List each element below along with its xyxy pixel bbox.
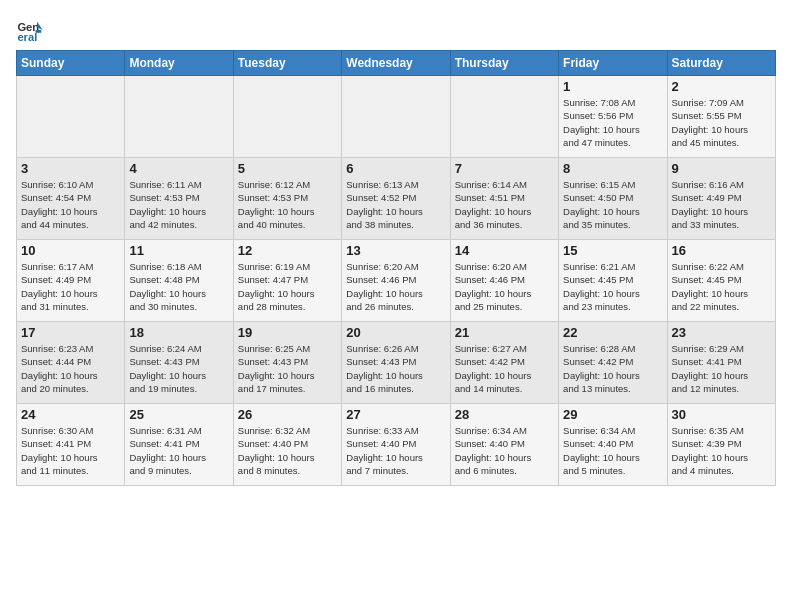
day-info: Sunrise: 6:21 AM Sunset: 4:45 PM Dayligh… <box>563 260 662 313</box>
day-number: 2 <box>672 79 771 94</box>
day-number: 18 <box>129 325 228 340</box>
day-info: Sunrise: 6:14 AM Sunset: 4:51 PM Dayligh… <box>455 178 554 231</box>
day-number: 10 <box>21 243 120 258</box>
weekday-header-cell: Friday <box>559 51 667 76</box>
calendar-day-cell <box>342 76 450 158</box>
day-number: 28 <box>455 407 554 422</box>
logo: Gen eral <box>16 16 48 44</box>
day-info: Sunrise: 6:34 AM Sunset: 4:40 PM Dayligh… <box>455 424 554 477</box>
svg-text:eral: eral <box>17 31 37 43</box>
day-info: Sunrise: 6:20 AM Sunset: 4:46 PM Dayligh… <box>455 260 554 313</box>
day-number: 25 <box>129 407 228 422</box>
weekday-header-cell: Wednesday <box>342 51 450 76</box>
calendar-day-cell: 26Sunrise: 6:32 AM Sunset: 4:40 PM Dayli… <box>233 404 341 486</box>
header: Gen eral <box>16 12 776 44</box>
calendar-container: Gen eral SundayMondayTuesdayWednesdayThu… <box>0 0 792 494</box>
day-number: 21 <box>455 325 554 340</box>
calendar-day-cell: 29Sunrise: 6:34 AM Sunset: 4:40 PM Dayli… <box>559 404 667 486</box>
day-number: 13 <box>346 243 445 258</box>
calendar-day-cell: 7Sunrise: 6:14 AM Sunset: 4:51 PM Daylig… <box>450 158 558 240</box>
day-info: Sunrise: 6:28 AM Sunset: 4:42 PM Dayligh… <box>563 342 662 395</box>
day-number: 4 <box>129 161 228 176</box>
day-number: 12 <box>238 243 337 258</box>
day-number: 23 <box>672 325 771 340</box>
calendar-day-cell: 10Sunrise: 6:17 AM Sunset: 4:49 PM Dayli… <box>17 240 125 322</box>
calendar-day-cell: 28Sunrise: 6:34 AM Sunset: 4:40 PM Dayli… <box>450 404 558 486</box>
day-number: 29 <box>563 407 662 422</box>
day-info: Sunrise: 6:12 AM Sunset: 4:53 PM Dayligh… <box>238 178 337 231</box>
day-info: Sunrise: 7:09 AM Sunset: 5:55 PM Dayligh… <box>672 96 771 149</box>
day-info: Sunrise: 6:29 AM Sunset: 4:41 PM Dayligh… <box>672 342 771 395</box>
day-number: 8 <box>563 161 662 176</box>
day-number: 7 <box>455 161 554 176</box>
calendar-day-cell: 16Sunrise: 6:22 AM Sunset: 4:45 PM Dayli… <box>667 240 775 322</box>
weekday-header-cell: Monday <box>125 51 233 76</box>
calendar-day-cell: 25Sunrise: 6:31 AM Sunset: 4:41 PM Dayli… <box>125 404 233 486</box>
calendar-day-cell: 15Sunrise: 6:21 AM Sunset: 4:45 PM Dayli… <box>559 240 667 322</box>
weekday-header-cell: Saturday <box>667 51 775 76</box>
day-number: 5 <box>238 161 337 176</box>
calendar-day-cell: 13Sunrise: 6:20 AM Sunset: 4:46 PM Dayli… <box>342 240 450 322</box>
day-info: Sunrise: 6:18 AM Sunset: 4:48 PM Dayligh… <box>129 260 228 313</box>
day-number: 22 <box>563 325 662 340</box>
day-number: 9 <box>672 161 771 176</box>
calendar-day-cell <box>450 76 558 158</box>
calendar-week-row: 24Sunrise: 6:30 AM Sunset: 4:41 PM Dayli… <box>17 404 776 486</box>
calendar-table: SundayMondayTuesdayWednesdayThursdayFrid… <box>16 50 776 486</box>
calendar-day-cell: 22Sunrise: 6:28 AM Sunset: 4:42 PM Dayli… <box>559 322 667 404</box>
day-info: Sunrise: 6:35 AM Sunset: 4:39 PM Dayligh… <box>672 424 771 477</box>
day-info: Sunrise: 6:11 AM Sunset: 4:53 PM Dayligh… <box>129 178 228 231</box>
calendar-day-cell: 20Sunrise: 6:26 AM Sunset: 4:43 PM Dayli… <box>342 322 450 404</box>
day-info: Sunrise: 6:26 AM Sunset: 4:43 PM Dayligh… <box>346 342 445 395</box>
day-info: Sunrise: 6:30 AM Sunset: 4:41 PM Dayligh… <box>21 424 120 477</box>
day-number: 19 <box>238 325 337 340</box>
calendar-day-cell <box>17 76 125 158</box>
day-info: Sunrise: 6:23 AM Sunset: 4:44 PM Dayligh… <box>21 342 120 395</box>
calendar-day-cell: 24Sunrise: 6:30 AM Sunset: 4:41 PM Dayli… <box>17 404 125 486</box>
calendar-week-row: 3Sunrise: 6:10 AM Sunset: 4:54 PM Daylig… <box>17 158 776 240</box>
day-info: Sunrise: 6:24 AM Sunset: 4:43 PM Dayligh… <box>129 342 228 395</box>
day-info: Sunrise: 6:27 AM Sunset: 4:42 PM Dayligh… <box>455 342 554 395</box>
day-info: Sunrise: 6:25 AM Sunset: 4:43 PM Dayligh… <box>238 342 337 395</box>
day-number: 26 <box>238 407 337 422</box>
day-number: 20 <box>346 325 445 340</box>
calendar-day-cell: 12Sunrise: 6:19 AM Sunset: 4:47 PM Dayli… <box>233 240 341 322</box>
day-number: 16 <box>672 243 771 258</box>
day-number: 27 <box>346 407 445 422</box>
calendar-day-cell: 18Sunrise: 6:24 AM Sunset: 4:43 PM Dayli… <box>125 322 233 404</box>
calendar-week-row: 17Sunrise: 6:23 AM Sunset: 4:44 PM Dayli… <box>17 322 776 404</box>
calendar-body: 1Sunrise: 7:08 AM Sunset: 5:56 PM Daylig… <box>17 76 776 486</box>
calendar-day-cell: 23Sunrise: 6:29 AM Sunset: 4:41 PM Dayli… <box>667 322 775 404</box>
day-info: Sunrise: 6:13 AM Sunset: 4:52 PM Dayligh… <box>346 178 445 231</box>
calendar-day-cell <box>233 76 341 158</box>
day-info: Sunrise: 6:16 AM Sunset: 4:49 PM Dayligh… <box>672 178 771 231</box>
day-number: 3 <box>21 161 120 176</box>
day-number: 14 <box>455 243 554 258</box>
calendar-day-cell: 27Sunrise: 6:33 AM Sunset: 4:40 PM Dayli… <box>342 404 450 486</box>
calendar-day-cell: 5Sunrise: 6:12 AM Sunset: 4:53 PM Daylig… <box>233 158 341 240</box>
calendar-day-cell: 19Sunrise: 6:25 AM Sunset: 4:43 PM Dayli… <box>233 322 341 404</box>
day-info: Sunrise: 6:15 AM Sunset: 4:50 PM Dayligh… <box>563 178 662 231</box>
calendar-day-cell: 2Sunrise: 7:09 AM Sunset: 5:55 PM Daylig… <box>667 76 775 158</box>
calendar-day-cell: 6Sunrise: 6:13 AM Sunset: 4:52 PM Daylig… <box>342 158 450 240</box>
day-info: Sunrise: 6:19 AM Sunset: 4:47 PM Dayligh… <box>238 260 337 313</box>
weekday-header-row: SundayMondayTuesdayWednesdayThursdayFrid… <box>17 51 776 76</box>
calendar-day-cell: 1Sunrise: 7:08 AM Sunset: 5:56 PM Daylig… <box>559 76 667 158</box>
day-info: Sunrise: 6:32 AM Sunset: 4:40 PM Dayligh… <box>238 424 337 477</box>
calendar-day-cell: 4Sunrise: 6:11 AM Sunset: 4:53 PM Daylig… <box>125 158 233 240</box>
day-info: Sunrise: 6:34 AM Sunset: 4:40 PM Dayligh… <box>563 424 662 477</box>
day-number: 6 <box>346 161 445 176</box>
calendar-day-cell: 9Sunrise: 6:16 AM Sunset: 4:49 PM Daylig… <box>667 158 775 240</box>
weekday-header-cell: Tuesday <box>233 51 341 76</box>
calendar-day-cell <box>125 76 233 158</box>
calendar-week-row: 10Sunrise: 6:17 AM Sunset: 4:49 PM Dayli… <box>17 240 776 322</box>
day-info: Sunrise: 6:33 AM Sunset: 4:40 PM Dayligh… <box>346 424 445 477</box>
day-info: Sunrise: 6:10 AM Sunset: 4:54 PM Dayligh… <box>21 178 120 231</box>
svg-rect-3 <box>36 30 42 33</box>
day-number: 15 <box>563 243 662 258</box>
day-info: Sunrise: 6:31 AM Sunset: 4:41 PM Dayligh… <box>129 424 228 477</box>
calendar-day-cell: 8Sunrise: 6:15 AM Sunset: 4:50 PM Daylig… <box>559 158 667 240</box>
weekday-header-cell: Thursday <box>450 51 558 76</box>
calendar-day-cell: 30Sunrise: 6:35 AM Sunset: 4:39 PM Dayli… <box>667 404 775 486</box>
calendar-day-cell: 11Sunrise: 6:18 AM Sunset: 4:48 PM Dayli… <box>125 240 233 322</box>
